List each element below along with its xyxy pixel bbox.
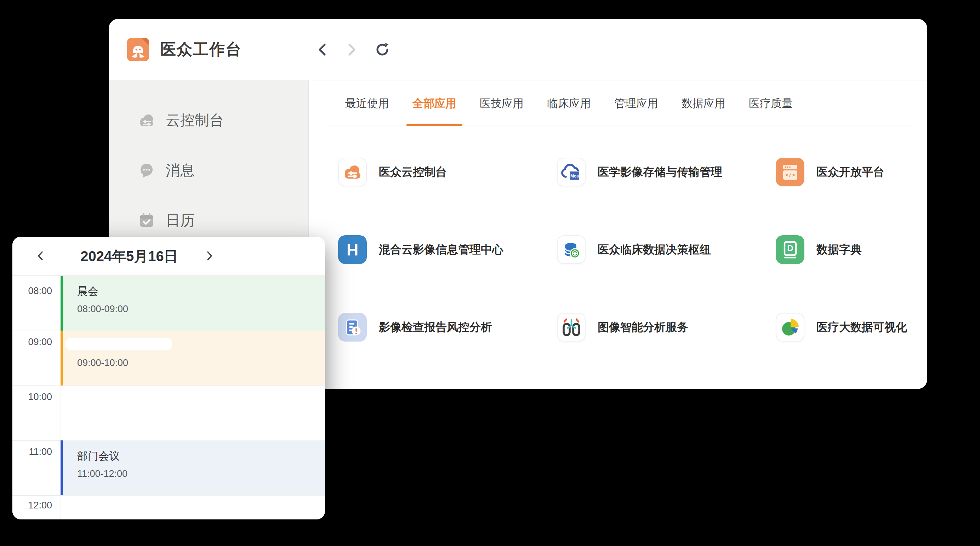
tab-clinical-apps[interactable]: 临床应用	[544, 80, 595, 126]
h-glyph: H	[347, 240, 358, 259]
lungs-icon	[557, 313, 585, 342]
tab-all-apps[interactable]: 全部应用	[409, 80, 460, 126]
database-plus-icon	[557, 235, 585, 264]
active-tab-underline	[406, 124, 462, 126]
tab-recently-used[interactable]: 最近使用	[342, 80, 393, 126]
app-label: 影像检查报告风控分析	[379, 319, 492, 335]
window-title: 医众工作台	[161, 39, 242, 60]
dictionary-book-icon: D	[776, 235, 804, 264]
event-time: 11:00-12:00	[77, 468, 325, 479]
window-header: 医众工作台	[109, 19, 927, 80]
calendar-event-redacted[interactable]: 09:00-10:00	[60, 330, 325, 385]
event-title: 晨会	[77, 284, 325, 299]
hour-gridline	[60, 385, 325, 386]
hour-gridline	[13, 385, 60, 386]
event-title: 部门会议	[77, 449, 325, 463]
app-clinical-data-hub[interactable]: 医众临床数据决策枢纽	[557, 235, 776, 264]
pie-chart-icon	[776, 313, 804, 342]
hour-gridline	[13, 495, 60, 496]
app-label: 医学影像存储与传输管理	[598, 164, 722, 180]
sidebar-item-cloud-console[interactable]: 云控制台	[138, 109, 224, 131]
hour-label: 08:00	[13, 286, 60, 297]
calendar-date-title: 2024年5月16日	[80, 246, 178, 266]
app-report-risk-analysis[interactable]: ! 影像检查报告风控分析	[338, 313, 557, 342]
svg-text:</>: </>	[785, 172, 795, 179]
calendar-next-button[interactable]	[203, 249, 216, 262]
app-label: 混合云影像信息管理中心	[379, 242, 503, 258]
cloud-storage-icon: Mos	[557, 158, 585, 186]
app-cloud-console[interactable]: 医众云控制台	[338, 158, 557, 186]
sidebar-item-label: 云控制台	[166, 110, 224, 130]
event-time: 09:00-10:00	[77, 358, 325, 369]
hour-gridline	[13, 330, 60, 331]
calendar-header: 2024年5月16日	[13, 237, 325, 275]
hour-label: 12:00	[13, 500, 60, 511]
hour-label: 10:00	[13, 391, 60, 402]
calendar-event-department-meeting[interactable]: 部门会议 11:00-12:00	[60, 441, 325, 495]
calendar-prev-button[interactable]	[34, 249, 47, 262]
app-bigdata-visualization[interactable]: 医疗大数据可视化	[776, 313, 907, 342]
cloud-sliders-icon	[138, 112, 155, 129]
app-label: 医众临床数据决策枢纽	[598, 242, 711, 258]
svg-text:D: D	[787, 243, 793, 253]
message-bubble-icon	[138, 162, 155, 179]
app-grid: 医众云控制台 Mos 医学影像存储与传输管理	[338, 158, 907, 389]
event-time: 08:00-09:00	[77, 303, 325, 315]
sidebar-item-calendar[interactable]: 日历	[138, 209, 195, 231]
svg-text:Mos: Mos	[570, 174, 579, 179]
tab-data-apps[interactable]: 数据应用	[678, 80, 729, 126]
tab-medical-quality[interactable]: 医疗质量	[745, 80, 796, 126]
hour-gridline	[60, 495, 325, 496]
half-hour-gridline	[60, 413, 325, 413]
calendar-check-icon	[138, 212, 155, 229]
app-hybrid-imaging-center[interactable]: H 混合云影像信息管理中心	[338, 235, 557, 264]
sidebar-item-label: 消息	[166, 161, 195, 180]
nav-refresh-button[interactable]	[374, 42, 390, 58]
app-label: 医众云控制台	[379, 164, 447, 180]
hour-label: 09:00	[13, 337, 60, 348]
app-data-dictionary[interactable]: D 数据字典	[776, 235, 907, 264]
tab-medtech-apps[interactable]: 医技应用	[476, 80, 527, 126]
tab-bar: 最近使用 全部应用 医技应用 临床应用 管理应用 数据应用 医疗质量	[342, 80, 796, 126]
app-logo-icon	[127, 38, 149, 61]
redacted-event-title-pill	[65, 338, 172, 350]
tab-management-apps[interactable]: 管理应用	[611, 80, 662, 126]
nav-forward-button[interactable]	[343, 42, 360, 58]
report-alert-icon: !	[338, 313, 367, 342]
app-label: 医众开放平台	[816, 164, 885, 180]
hour-label: 11:00	[13, 447, 60, 457]
calendar-event-morning-meeting[interactable]: 晨会 08:00-09:00	[60, 276, 325, 330]
hour-gridline	[13, 441, 60, 441]
sidebar-item-messages[interactable]: 消息	[138, 160, 195, 181]
nav-back-button[interactable]	[315, 42, 331, 58]
cloud-sliders-icon	[338, 158, 367, 186]
calendar-panel: 2024年5月16日 08:00 09:00 10:00 11:00 12:00…	[13, 237, 325, 519]
app-image-ai-analysis[interactable]: 图像智能分析服务	[557, 313, 776, 342]
tab-label: 全部应用	[412, 96, 457, 111]
sidebar-item-label: 日历	[166, 211, 195, 230]
svg-text:!: !	[355, 327, 357, 335]
app-label: 数据字典	[816, 242, 862, 258]
content-area: 最近使用 全部应用 医技应用 临床应用 管理应用 数据应用 医疗质量	[309, 80, 927, 389]
code-window-icon: </>	[776, 158, 804, 186]
letter-h-icon: H	[338, 235, 367, 264]
app-open-platform[interactable]: </> 医众开放平台	[776, 158, 907, 186]
calendar-day-grid: 08:00 09:00 10:00 11:00 12:00 晨会 08:00-0…	[13, 275, 325, 519]
app-imaging-storage[interactable]: Mos 医学影像存储与传输管理	[557, 158, 776, 186]
app-label: 医疗大数据可视化	[816, 319, 907, 335]
app-label: 图像智能分析服务	[598, 319, 688, 335]
